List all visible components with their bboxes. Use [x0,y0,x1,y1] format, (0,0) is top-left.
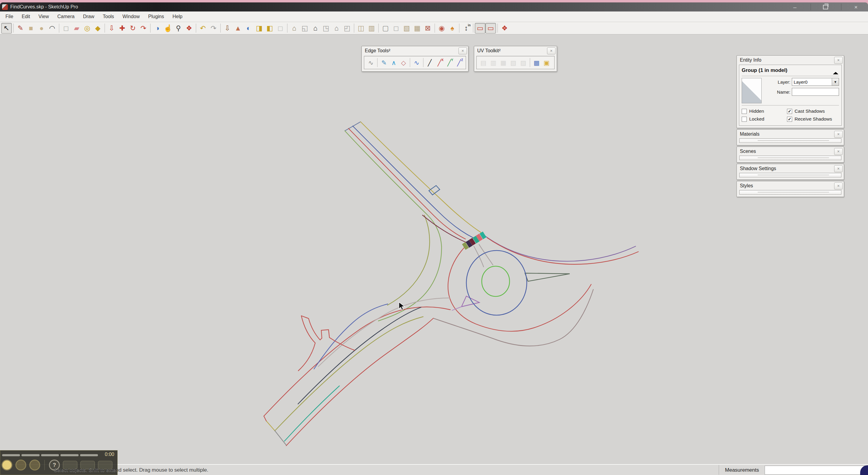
menu-help[interactable]: Help [168,12,187,21]
details-toggle-icon[interactable] [833,67,839,74]
recorder-pause-button[interactable] [16,460,26,471]
push-pull-tool[interactable]: ⇩ [106,23,117,34]
restore-button[interactable] [811,4,833,10]
edge-flatten-tool[interactable]: ╱ [425,58,435,68]
materials-header[interactable]: Materials× [737,130,844,138]
checkbox-icon[interactable]: ✓ [787,117,792,122]
uv-save-tool[interactable]: ▩ [532,58,541,68]
camera-top[interactable]: ◱ [300,23,310,34]
recorder-progress-track[interactable] [2,454,98,456]
menu-plugins[interactable]: Plugins [144,12,168,21]
eraser-tool[interactable]: ▰ [71,23,82,34]
edge-flatten-z-tool[interactable]: ╱Z [454,58,464,68]
tape-measure-tool[interactable]: ◎ [82,23,92,34]
previous-view[interactable]: ↶ [198,23,208,34]
pan-tool[interactable]: ☝ [163,23,173,34]
xray-mode[interactable]: ◫ [356,23,366,34]
entity-info-header[interactable]: Entity Info × [737,56,844,64]
chevron-down-icon[interactable]: ▼ [832,78,839,86]
shaded-textures-mode[interactable]: ▦ [412,23,423,34]
walk-tool[interactable]: ♠ [447,23,458,34]
camera-back[interactable]: ⌂ [331,23,342,34]
profiles-toggle[interactable]: ▭ [475,23,485,34]
entity-info-close-button[interactable]: × [834,57,843,64]
measurements-input[interactable] [765,466,867,475]
name-input[interactable] [792,88,839,96]
add-location[interactable]: ◐ [243,23,254,34]
arc-tool[interactable]: ◠ [47,23,57,34]
rectangle-tool[interactable]: ■ [26,23,36,34]
paint-bucket-tool[interactable]: ◆ [92,23,103,34]
uv-toolkit-close-button[interactable]: × [547,48,556,54]
edge-draw-tool[interactable]: ✎ [379,58,389,68]
edge-angle-tool[interactable]: ∧ [389,58,399,68]
edge-simplify-curve-tool[interactable]: ∿ [412,58,421,68]
checkbox-hidden[interactable]: Hidden [742,108,787,114]
follow-me-tool[interactable]: ↷ [138,23,149,34]
styles-collapsed-strip[interactable] [739,190,841,195]
rotate-tool[interactable]: ↻ [128,23,138,34]
units-indicator[interactable]: ↕in [461,23,471,34]
recorder-record-button[interactable] [1,460,12,471]
recorder-stop-button[interactable] [29,460,40,471]
get-current-view[interactable]: ⇩ [222,23,233,34]
scenes-header[interactable]: Scenes× [737,147,844,155]
menu-file[interactable]: File [1,12,18,21]
shadow-settings-collapsed-strip[interactable] [739,173,841,178]
share-component[interactable]: ◻ [275,23,286,34]
menu-camera[interactable]: Camera [53,12,79,21]
menu-window[interactable]: Window [118,12,144,21]
edge-divide-tool[interactable]: ◇ [399,58,408,68]
uv-toolkit-header[interactable]: UV Toolkit² × [474,46,557,55]
bezier-tool[interactable]: ❖ [499,23,510,34]
endpoints-toggle[interactable]: ▭ [485,23,496,34]
styles-close-button[interactable]: × [834,183,843,189]
close-button[interactable]: × [841,4,864,10]
camera-right[interactable]: ◳ [321,23,331,34]
uv-load-tool[interactable]: ▣ [541,58,552,68]
hidden-line-mode[interactable]: ◻ [391,23,401,34]
camera-left[interactable]: ◰ [342,23,352,34]
menu-view[interactable]: View [34,12,53,21]
checkbox-locked[interactable]: Locked [742,116,787,122]
position-camera-tool[interactable]: ◉ [436,23,447,34]
edge-flatten-y-tool[interactable]: ╱Y [444,58,454,68]
back-edges-mode[interactable]: ▥ [366,23,377,34]
camera-iso[interactable]: ⌂ [289,23,300,34]
styles-header[interactable]: Styles× [737,181,844,190]
checkbox-icon[interactable]: ✓ [787,109,792,114]
checkbox-cast-shadows[interactable]: ✓Cast Shadows [787,108,839,114]
toggle-terrain[interactable]: ▲ [233,23,243,34]
edge-flatten-x-tool[interactable]: ╱X [435,58,444,68]
scenes-collapsed-strip[interactable] [739,156,841,160]
menu-tools[interactable]: Tools [98,12,118,21]
orbit-tool[interactable]: ◑ [152,23,163,34]
zoom-extents-tool[interactable]: ❖ [184,23,194,34]
wireframe-mode[interactable]: ▢ [380,23,391,34]
line-tool[interactable]: ✎ [15,23,26,34]
minimize-button[interactable]: – [780,4,803,10]
monochrome-mode[interactable]: ⊠ [423,23,433,34]
shaded-mode[interactable]: ▧ [401,23,412,34]
circle-tool[interactable]: ● [36,23,47,34]
next-view[interactable]: ↷ [208,23,219,34]
camera-front[interactable]: ⌂ [310,23,321,34]
shadow-settings-header[interactable]: Shadow Settings× [737,164,844,172]
menu-edit[interactable]: Edit [18,12,34,21]
shadow-settings-close-button[interactable]: × [834,165,843,172]
checkbox-icon[interactable] [742,109,747,114]
materials-collapsed-strip[interactable] [739,138,841,143]
menu-draw[interactable]: Draw [79,12,98,21]
edge-tools-close-button[interactable]: × [459,48,467,54]
share-models[interactable]: ◧ [265,23,275,34]
edge-wireframe-tool[interactable]: ∿ [366,58,376,68]
get-models[interactable]: ◨ [254,23,265,34]
zoom-tool[interactable]: ⚲ [173,23,184,34]
move-tool[interactable]: ✚ [117,23,128,34]
checkbox-icon[interactable] [742,117,747,122]
scenes-close-button[interactable]: × [834,148,843,155]
select-tool[interactable]: ↖ [1,23,12,34]
edge-tools-header[interactable]: Edge Tools² × [362,46,468,55]
materials-close-button[interactable]: × [834,131,843,138]
make-component-tool[interactable]: ◻ [61,23,71,34]
